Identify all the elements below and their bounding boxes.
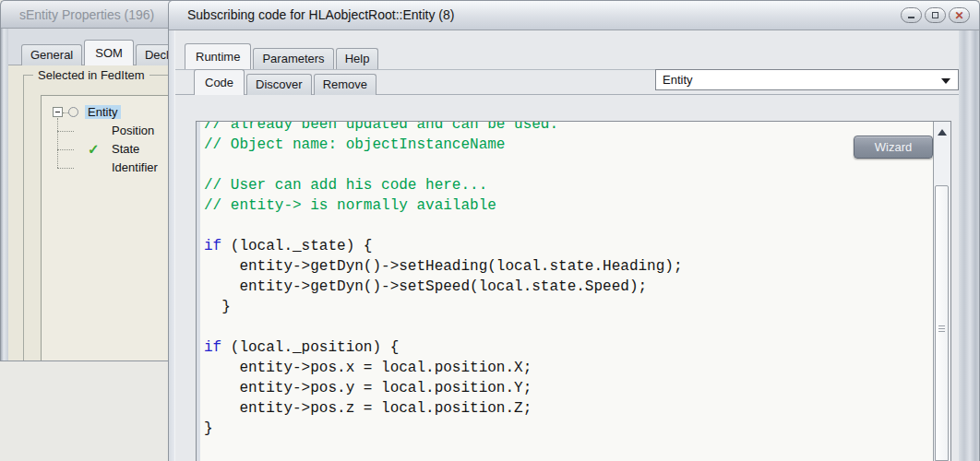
tree-node-entity[interactable]: Entity	[85, 105, 121, 119]
code-line: if (local._position) {	[204, 337, 930, 358]
chevron-down-icon	[941, 78, 950, 84]
tab-code[interactable]: Code	[194, 69, 245, 95]
close-icon: ✕	[950, 9, 969, 22]
radio-circle-icon	[68, 107, 78, 117]
feditem-tree[interactable]: Entity Position✓StateIdentifier	[41, 95, 181, 361]
tab-runtime[interactable]: Runtime	[185, 43, 251, 69]
tree-node-position[interactable]: Position	[109, 124, 157, 137]
editor-gutter	[197, 122, 200, 461]
tab-discover[interactable]: Discover	[246, 74, 312, 95]
code-line	[204, 155, 930, 175]
scrollbar-grip	[938, 325, 945, 334]
code-line: }	[204, 297, 930, 317]
code-text[interactable]: // already been updated and can be used.…	[204, 121, 930, 439]
tree-row-state[interactable]: ✓State	[42, 140, 181, 159]
selected-in-feditem-group: Selected in FedItem Entity Position✓Stat…	[23, 75, 181, 361]
tab-general[interactable]: General	[21, 44, 82, 65]
maximize-icon	[932, 12, 938, 18]
code-line: entity->getDyn()->setSpeed(local.state.S…	[204, 277, 930, 297]
tree-row-root[interactable]: Entity	[42, 103, 181, 122]
subscribing-code-dialog: Subscribing code for HLAobjectRoot::Enti…	[168, 0, 980, 461]
code-line: entity->pos.z = local.position.Z;	[204, 398, 930, 419]
tree-connector	[57, 118, 58, 168]
editor-scrollbar[interactable]	[933, 122, 950, 461]
secondary-tabs: CodeDiscoverRemove	[194, 70, 378, 95]
maximize-button[interactable]	[925, 7, 946, 23]
tree-connector	[57, 168, 74, 169]
dialog-body: RuntimeParametersHelp CodeDiscoverRemove…	[174, 30, 959, 461]
wizard-button[interactable]: Wizard	[854, 136, 933, 159]
scrollbar-thumb[interactable]	[935, 185, 949, 461]
tree-connector	[57, 131, 74, 132]
check-icon: ✓	[88, 141, 100, 158]
code-line: // User can add his code here...	[204, 175, 930, 195]
properties-window-title: sEntity Properties (196)	[19, 7, 154, 22]
object-class-dropdown[interactable]: Entity	[655, 69, 959, 90]
minimize-button[interactable]	[901, 7, 922, 23]
tab-remove[interactable]: Remove	[314, 74, 376, 95]
tree-row-position[interactable]: Position	[42, 122, 181, 140]
tree-node-state[interactable]: State	[109, 142, 142, 156]
dialog-titlebar[interactable]: Subscribing code for HLAobjectRoot::Enti…	[169, 1, 979, 30]
code-line: // already been updated and can be used.	[204, 121, 930, 135]
window-controls: ✕	[901, 7, 970, 23]
tab-help[interactable]: Help	[336, 48, 379, 69]
properties-window: sEntity Properties (196) GeneralSOMDecla…	[0, 0, 181, 361]
code-line: // Object name: objectInstanceName	[204, 135, 930, 155]
code-line: // entity-> is normally available	[204, 195, 930, 216]
collapse-icon[interactable]	[53, 107, 63, 117]
code-line: entity->pos.x = local.position.X;	[204, 358, 930, 378]
tab-som[interactable]: SOM	[84, 40, 134, 65]
properties-window-body: GeneralSOMDeclaration Selected in FedIte…	[8, 29, 181, 361]
scroll-up-icon[interactable]	[938, 129, 947, 136]
group-label: Selected in FedItem	[33, 68, 149, 82]
minimize-icon	[908, 17, 914, 18]
code-line: entity->getDyn()->setHeading(local.state…	[204, 256, 930, 277]
dropdown-value: Entity	[663, 73, 693, 87]
tree-node-identifier[interactable]: Identifier	[109, 160, 161, 174]
code-line: }	[204, 419, 930, 439]
code-editor[interactable]: // already been updated and can be used.…	[196, 121, 951, 461]
code-line	[204, 317, 930, 337]
properties-tabs: GeneralSOMDeclaration	[21, 40, 181, 65]
tree-connector	[57, 149, 74, 150]
tab-parameters[interactable]: Parameters	[253, 48, 333, 69]
code-line: if (local._state) {	[204, 236, 930, 256]
primary-tabs: RuntimeParametersHelp	[185, 44, 380, 69]
dialog-title: Subscribing code for HLAobjectRoot::Enti…	[169, 1, 979, 30]
tree-row-identifier[interactable]: Identifier	[42, 159, 181, 177]
close-button[interactable]: ✕	[949, 7, 970, 23]
code-line	[204, 216, 930, 236]
properties-window-titlebar[interactable]: sEntity Properties (196)	[1, 1, 181, 29]
code-line: entity->pos.y = local.position.Y;	[204, 378, 930, 398]
